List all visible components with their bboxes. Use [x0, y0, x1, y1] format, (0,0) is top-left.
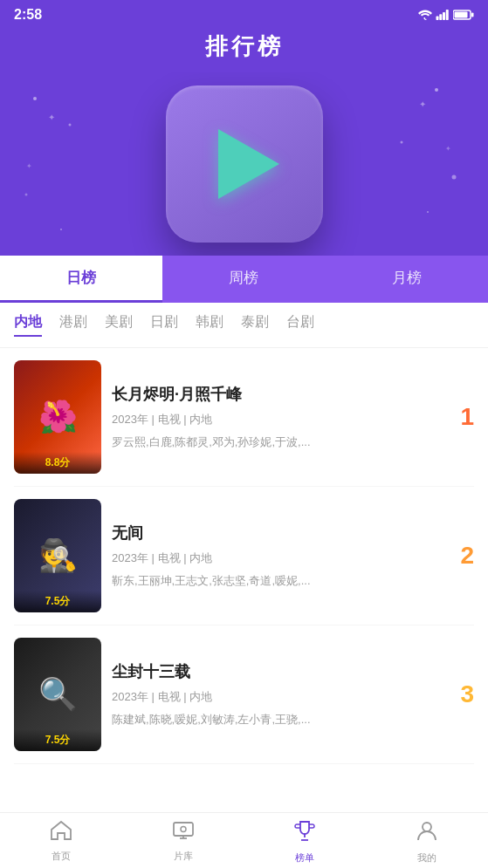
status-bar: 2:58 [0, 0, 488, 26]
genre-tab-thai[interactable]: 泰剧 [241, 313, 269, 337]
show-rank-2: 2 [443, 542, 474, 570]
show-thumbnail-2: 🕵️ 7.5分 [14, 499, 101, 612]
nav-label-profile: 我的 [417, 851, 436, 865]
play-triangle-icon [218, 129, 279, 199]
svg-rect-5 [471, 13, 474, 17]
battery-icon [453, 10, 474, 20]
svg-text:✦: ✦ [445, 145, 451, 153]
show-cast-3: 陈建斌,陈晓,嗳妮,刘敏涛,左小青,王骁,... [112, 712, 356, 728]
show-info-1: 长月烬明·月照千峰 2023年 | 电视 | 内地 罗云熙,白鹿,陈都灵,邓为,… [101, 384, 443, 450]
nav-item-profile[interactable]: 我的 [366, 820, 488, 865]
status-time: 2:58 [14, 7, 42, 23]
svg-point-8 [69, 124, 72, 126]
tv-icon [172, 820, 195, 846]
content-area: 内地 港剧 美剧 日剧 韩剧 泰剧 台剧 🌺 8.8分 长月烬明·月照千峰 20… [0, 303, 488, 826]
nav-label-home: 首页 [52, 850, 71, 863]
genre-tab-korea[interactable]: 韩剧 [196, 313, 223, 337]
genre-tab-us[interactable]: 美剧 [105, 313, 133, 337]
list-item[interactable]: 🔍 7.5分 尘封十三载 2023年 | 电视 | 内地 陈建斌,陈晓,嗳妮,刘… [14, 625, 474, 764]
show-thumbnail-1: 🌺 8.8分 [14, 360, 101, 474]
tab-daily[interactable]: 日榜 [0, 256, 162, 303]
svg-point-11 [452, 175, 457, 180]
show-cast-1: 罗云熙,白鹿,陈都灵,邓为,孙珍妮,于波,... [112, 434, 356, 450]
show-meta-1: 2023年 | 电视 | 内地 [112, 412, 432, 427]
show-meta-2: 2023年 | 电视 | 内地 [112, 550, 432, 566]
show-rank-3: 3 [443, 680, 474, 708]
list-item[interactable]: 🌺 8.8分 长月烬明·月照千峰 2023年 | 电视 | 内地 罗云熙,白鹿,… [14, 348, 474, 487]
svg-text:✦: ✦ [48, 113, 55, 122]
show-thumbnail-3: 🔍 7.5分 [14, 638, 101, 751]
tab-monthly[interactable]: 月榜 [326, 256, 488, 303]
show-title-2: 无间 [112, 523, 432, 543]
signal-icon [436, 10, 450, 20]
svg-rect-6 [455, 12, 468, 18]
svg-rect-3 [446, 10, 449, 20]
home-icon [50, 820, 72, 846]
genre-tab-mainland[interactable]: 内地 [14, 313, 42, 337]
show-meta-3: 2023年 | 电视 | 内地 [112, 689, 432, 705]
svg-text:✦: ✦ [26, 162, 32, 170]
show-list: 🌺 8.8分 长月烬明·月照千峰 2023年 | 电视 | 内地 罗云熙,白鹿,… [0, 348, 488, 764]
nav-label-library: 片库 [174, 850, 193, 863]
show-rank-1: 1 [443, 403, 474, 431]
hero-play-button[interactable] [166, 85, 323, 243]
score-badge-1: 8.8分 [14, 452, 101, 474]
svg-point-9 [435, 88, 438, 92]
svg-point-13 [60, 229, 62, 230]
genre-tab-taiwan[interactable]: 台剧 [286, 313, 314, 337]
hero-banner: ✦ ✦ ✦ ✦ [0, 72, 488, 256]
bottom-nav: 首页 片库 榜单 [0, 812, 488, 868]
page-header: 排行榜 [0, 26, 488, 72]
genre-tab-hk[interactable]: 港剧 [59, 313, 87, 337]
genre-tab-japan[interactable]: 日剧 [150, 313, 178, 337]
tab-weekly[interactable]: 周榜 [162, 256, 325, 303]
list-item[interactable]: 🕵️ 7.5分 无间 2023年 | 电视 | 内地 靳东,王丽坤,王志文,张志… [14, 487, 474, 625]
main-tabs-container: 日榜 周榜 月榜 [0, 256, 488, 303]
status-icons [418, 10, 474, 20]
svg-point-7 [33, 97, 37, 100]
nav-label-rankings: 榜单 [295, 851, 314, 865]
trophy-icon [293, 820, 316, 848]
wifi-icon [418, 10, 432, 20]
svg-point-25 [423, 823, 431, 831]
svg-point-10 [401, 141, 403, 144]
svg-rect-19 [174, 823, 193, 836]
header-title: 排行榜 [205, 33, 284, 59]
score-badge-2: 7.5分 [14, 591, 101, 612]
show-info-2: 无间 2023年 | 电视 | 内地 靳东,王丽坤,王志文,张志坚,奇道,嗳妮,… [101, 523, 443, 589]
show-title-1: 长月烬明·月照千峰 [112, 384, 432, 405]
svg-point-14 [427, 211, 429, 213]
genre-tabs: 内地 港剧 美剧 日剧 韩剧 泰剧 台剧 [0, 303, 488, 348]
svg-point-20 [181, 827, 186, 832]
score-badge-3: 7.5分 [14, 729, 101, 751]
nav-item-rankings[interactable]: 榜单 [244, 820, 367, 865]
show-cast-2: 靳东,王丽坤,王志文,张志坚,奇道,嗳妮,... [112, 573, 356, 589]
svg-text:✦: ✦ [419, 99, 426, 109]
user-icon [416, 820, 438, 848]
svg-rect-2 [443, 12, 445, 20]
nav-item-home[interactable]: 首页 [0, 820, 122, 865]
svg-rect-1 [439, 14, 442, 20]
svg-rect-0 [436, 17, 439, 21]
svg-point-12 [25, 194, 28, 196]
show-title-3: 尘封十三载 [112, 661, 432, 682]
show-info-3: 尘封十三载 2023年 | 电视 | 内地 陈建斌,陈晓,嗳妮,刘敏涛,左小青,… [101, 661, 443, 728]
nav-item-library[interactable]: 片库 [122, 820, 244, 865]
